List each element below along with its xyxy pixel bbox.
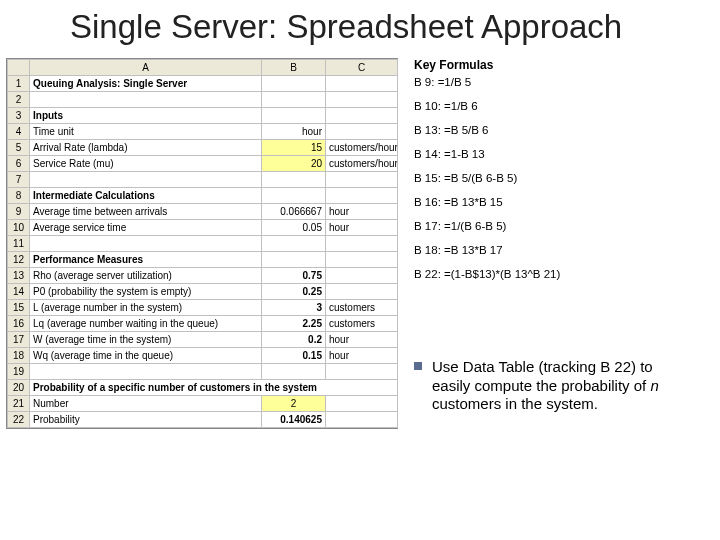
cell-A xyxy=(30,235,262,251)
row-header: 17 xyxy=(8,331,30,347)
row-header: 11 xyxy=(8,235,30,251)
footnote-n: n xyxy=(650,377,658,394)
key-formulas-panel: Key Formulas B 9: =1/B 5B 10: =1/B 6B 13… xyxy=(414,58,704,292)
cell-B xyxy=(262,107,326,123)
cell-C xyxy=(326,235,398,251)
cell-B xyxy=(262,187,326,203)
cell-B: 2 xyxy=(262,395,326,411)
row-header: 18 xyxy=(8,347,30,363)
table-row: 2 xyxy=(8,91,398,107)
cell-B: 0.066667 xyxy=(262,203,326,219)
row-header: 6 xyxy=(8,155,30,171)
cell-A: W (average time in the system) xyxy=(30,331,262,347)
table-row: 8Intermediate Calculations xyxy=(8,187,398,203)
row-header: 22 xyxy=(8,411,30,427)
row-header: 12 xyxy=(8,251,30,267)
cell-A: Performance Measures xyxy=(30,251,262,267)
col-header-A: A xyxy=(30,59,262,75)
footnote-text-pre: Use Data Table (tracking B 22) to easily… xyxy=(432,358,653,394)
table-row: 15L (average number in the system)3custo… xyxy=(8,299,398,315)
cell-C: hour xyxy=(326,203,398,219)
table-row: 18Wq (average time in the queue)0.15hour xyxy=(8,347,398,363)
cell-C xyxy=(326,91,398,107)
cell-A: Average service time xyxy=(30,219,262,235)
cell-B: 0.75 xyxy=(262,267,326,283)
cell-B: 0.15 xyxy=(262,347,326,363)
row-header: 8 xyxy=(8,187,30,203)
cell-B: 2.25 xyxy=(262,315,326,331)
table-row: 5Arrival Rate (lambda)15customers/hour xyxy=(8,139,398,155)
cell-C xyxy=(326,187,398,203)
cell-A: Number xyxy=(30,395,262,411)
table-row: 10Average service time0.05hour xyxy=(8,219,398,235)
cell-C xyxy=(326,75,398,91)
row-header: 15 xyxy=(8,299,30,315)
cell-B: 0.2 xyxy=(262,331,326,347)
cell-A xyxy=(30,171,262,187)
table-row: 4Time unithour xyxy=(8,123,398,139)
cell-A: Rho (average server utilization) xyxy=(30,267,262,283)
cell-C: hour xyxy=(326,219,398,235)
table-row: 9Average time between arrivals0.066667ho… xyxy=(8,203,398,219)
formula-line: B 18: =B 13*B 17 xyxy=(414,244,704,256)
cell-A: Queuing Analysis: Single Server xyxy=(30,75,262,91)
table-row: 20Probability of a specific number of cu… xyxy=(8,379,398,395)
formula-line: B 9: =1/B 5 xyxy=(414,76,704,88)
cell-B xyxy=(262,91,326,107)
cell-C xyxy=(326,107,398,123)
cell-A xyxy=(30,363,262,379)
row-header: 1 xyxy=(8,75,30,91)
cell-C: hour xyxy=(326,331,398,347)
col-header-C: C xyxy=(326,59,398,75)
cell-A: Inputs xyxy=(30,107,262,123)
cell-B: 0.05 xyxy=(262,219,326,235)
cell-C: customers/hour xyxy=(326,139,398,155)
table-row: 14P0 (probability the system is empty)0.… xyxy=(8,283,398,299)
spreadsheet: A B C 1Queuing Analysis: Single Server23… xyxy=(6,58,398,429)
cell-A: Time unit xyxy=(30,123,262,139)
table-row: 19 xyxy=(8,363,398,379)
table-row: 7 xyxy=(8,171,398,187)
cell-A: Wq (average time in the queue) xyxy=(30,347,262,363)
cell-C: customers xyxy=(326,315,398,331)
cell-C xyxy=(326,123,398,139)
footnote: Use Data Table (tracking B 22) to easily… xyxy=(414,358,706,414)
cell-B: hour xyxy=(262,123,326,139)
footnote-text-post: customers in the system. xyxy=(432,395,598,412)
table-row: 13Rho (average server utilization)0.75 xyxy=(8,267,398,283)
formula-line: B 22: =(1-B$13)*(B 13^B 21) xyxy=(414,268,704,280)
cell-C xyxy=(326,251,398,267)
cell-C xyxy=(326,395,398,411)
cell-A: L (average number in the system) xyxy=(30,299,262,315)
row-header: 19 xyxy=(8,363,30,379)
cell-C: customers xyxy=(326,299,398,315)
row-header: 9 xyxy=(8,203,30,219)
row-header: 3 xyxy=(8,107,30,123)
table-row: 21Number2 xyxy=(8,395,398,411)
formula-line: B 17: =1/(B 6-B 5) xyxy=(414,220,704,232)
cell-B: 3 xyxy=(262,299,326,315)
table-row: 12Performance Measures xyxy=(8,251,398,267)
table-row: 6Service Rate (mu)20customers/hour xyxy=(8,155,398,171)
table-row: 17W (average time in the system)0.2hour xyxy=(8,331,398,347)
cell-B xyxy=(262,251,326,267)
formula-line: B 10: =1/B 6 xyxy=(414,100,704,112)
row-header: 16 xyxy=(8,315,30,331)
formula-line: B 13: =B 5/B 6 xyxy=(414,124,704,136)
table-row: 16Lq (average number waiting in the queu… xyxy=(8,315,398,331)
bullet-icon xyxy=(414,362,422,370)
cell-C xyxy=(326,171,398,187)
cell-A: Average time between arrivals xyxy=(30,203,262,219)
table-row: 1Queuing Analysis: Single Server xyxy=(8,75,398,91)
row-header: 4 xyxy=(8,123,30,139)
row-header: 20 xyxy=(8,379,30,395)
row-header: 13 xyxy=(8,267,30,283)
cell-C xyxy=(326,411,398,427)
cell-B: 0.25 xyxy=(262,283,326,299)
cell-B: 15 xyxy=(262,139,326,155)
page-title: Single Server: Spreadsheet Approach xyxy=(70,8,720,46)
formula-line: B 16: =B 13*B 15 xyxy=(414,196,704,208)
row-header: 7 xyxy=(8,171,30,187)
row-header: 2 xyxy=(8,91,30,107)
col-header-B: B xyxy=(262,59,326,75)
